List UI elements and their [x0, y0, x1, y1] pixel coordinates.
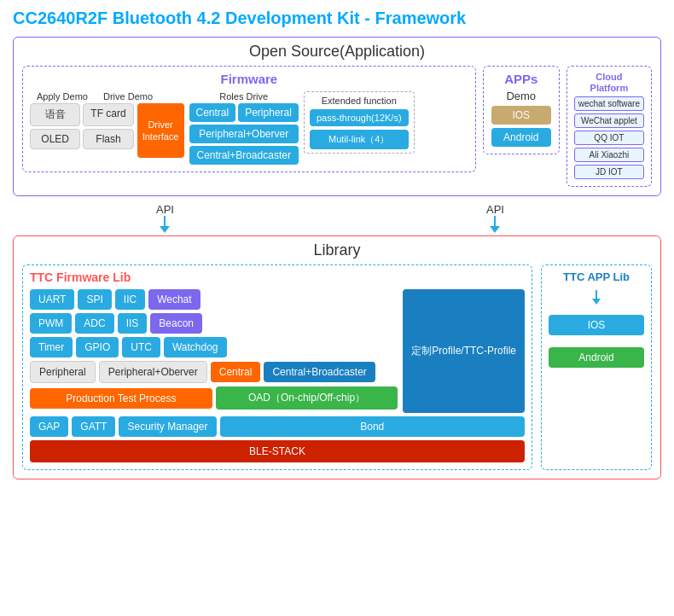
lib-watchdog: Watchdog	[164, 337, 227, 357]
lib-gpio: GPIO	[76, 337, 119, 357]
lib-oad: OAD（On-chip/Off-chip）	[216, 386, 398, 410]
lib-security-manager: Security Manager	[119, 416, 216, 437]
lib-ble-stack: BLE-STACK	[30, 440, 525, 462]
lib-wechat: Wechat	[148, 289, 200, 310]
api-arrow-down-right	[490, 226, 500, 233]
ttc-app-box: TTC APP Lib IOS Android	[541, 264, 652, 470]
apply-item-yuyin: 语音	[30, 103, 80, 126]
pass-through-button: pass-through(12K/s)	[310, 109, 409, 126]
lib-row-2: PWM ADC IIS Beacon	[30, 313, 398, 334]
apps-android-button: Android	[491, 128, 551, 147]
apply-demo-grid: 语音 TF card OLED Flash	[30, 103, 134, 158]
lib-spi: SPI	[78, 289, 111, 310]
demo-label: Demo	[506, 90, 536, 102]
extended-function-box: Extended function pass-through(12K/s) Mu…	[304, 91, 415, 154]
driver-interface-button: DriverInterface	[137, 103, 184, 158]
apply-item-oled: OLED	[30, 129, 80, 149]
lib-row-5: Production Test Process OAD（On-chip/Off-…	[30, 386, 398, 410]
lib-peripheral: Peripheral	[30, 361, 96, 383]
firmware-box: Firmware Apply Demo Drive Demo 语音 TF car…	[22, 66, 476, 172]
role-central: Central	[189, 103, 236, 122]
apps-ios-button: IOS	[491, 106, 551, 125]
lib-adc: ADC	[75, 313, 113, 334]
api-line-right	[494, 216, 496, 226]
cloud-qq-iot: QQ IOT	[574, 131, 644, 145]
cloud-ali-xiaozhi: Ali Xiaozhi	[574, 148, 644, 162]
profile-label: 定制Profile/TTC-Profile	[411, 344, 516, 358]
api-label-right: API	[486, 203, 504, 216]
lib-iis: IIS	[118, 313, 148, 334]
apply-item-flash: Flash	[83, 129, 133, 149]
api-arrow-right: API	[486, 203, 504, 233]
cloud-platform-label: CloudPlatform	[574, 72, 644, 94]
lib-row-3: Timer GPIO UTC Watchdog	[30, 337, 398, 357]
apps-label: APPs	[504, 72, 537, 86]
apply-item-tfcard: TF card	[83, 103, 133, 126]
profile-box: 定制Profile/TTC-Profile	[403, 289, 525, 413]
drive-demo-col-label: Drive Demo	[103, 91, 153, 102]
lib-row-1: UART SPI IIC Wechat	[30, 289, 398, 310]
firmware-label: Firmware	[30, 72, 468, 86]
lib-uart: UART	[30, 289, 74, 310]
app-lib-ios: IOS	[549, 315, 644, 335]
apps-box: APPs Demo IOS Android	[483, 66, 560, 154]
lib-iic: IIC	[115, 289, 145, 310]
ttc-firmware-label: TTC Firmware Lib	[30, 270, 525, 284]
lib-central-broadcaster: Central+Broadcaster	[264, 362, 375, 382]
app-lib-arrow	[549, 290, 644, 305]
apply-demo-col-label: Apply Demo	[30, 91, 95, 102]
api-line-left	[164, 216, 166, 226]
page-title: CC2640R2F Bluetooth 4.2 Development Kit …	[13, 9, 661, 28]
mutil-link-button: Mutil-link（4）	[310, 130, 409, 149]
roles-row1: Central Peripheral	[189, 103, 299, 122]
firmware-top-row: Apply Demo Drive Demo 语音 TF card OLED Fl…	[30, 91, 468, 165]
ttc-app-label: TTC APP Lib	[549, 270, 644, 283]
lib-beacon: Beacon	[150, 313, 202, 334]
firmware-lib-content: UART SPI IIC Wechat PWM ADC IIS Beacon	[30, 289, 525, 413]
open-source-box: Open Source(Application) Firmware Apply …	[13, 37, 661, 196]
lib-row-4: Peripheral Peripheral+Oberver Central Ce…	[30, 361, 398, 383]
api-arrow-down-left	[160, 226, 170, 233]
lib-timer: Timer	[30, 337, 73, 357]
library-label: Library	[22, 241, 652, 259]
roles-drive-col-label: Roles Drive	[189, 91, 299, 102]
roles-drive-items: Central Peripheral Peripheral+Oberver Ce…	[189, 103, 299, 165]
lib-bond: Bond	[220, 416, 526, 437]
api-label-left: API	[156, 203, 174, 216]
firmware-lib-rows: UART SPI IIC Wechat PWM ADC IIS Beacon	[30, 289, 398, 413]
library-box: Library TTC Firmware Lib UART SPI IIC We…	[13, 235, 661, 479]
lib-gap: GAP	[30, 416, 68, 437]
lib-production-test: Production Test Process	[30, 388, 212, 409]
roles-drive-section: Roles Drive Central Peripheral Periphera…	[189, 91, 299, 165]
apply-drive-headers: Apply Demo Drive Demo	[30, 91, 184, 102]
app-lib-android: Android	[549, 347, 644, 368]
lib-utc: UTC	[122, 337, 160, 357]
ble-stack-row: BLE-STACK	[30, 440, 525, 462]
api-row: API API	[13, 203, 661, 234]
role-central-broadcaster: Central+Broadcaster	[189, 146, 299, 165]
library-inner: TTC Firmware Lib UART SPI IIC Wechat PWM…	[22, 264, 652, 470]
lib-gatt: GATT	[72, 416, 115, 437]
cloud-wechat-applet: WeChat applet	[574, 113, 644, 128]
extended-function-label: Extended function	[310, 96, 409, 106]
role-peripheral: Peripheral	[238, 103, 299, 122]
lib-central: Central	[211, 362, 261, 382]
cloud-platform-box: CloudPlatform wechat software WeChat app…	[567, 66, 652, 187]
ble-row-1: GAP GATT Security Manager Bond	[30, 416, 525, 437]
cloud-wechat-software: wechat software	[574, 96, 644, 111]
ttc-firmware-box: TTC Firmware Lib UART SPI IIC Wechat PWM…	[22, 264, 532, 470]
ble-section: GAP GATT Security Manager Bond BLE-STACK	[30, 416, 525, 462]
profile-col: 定制Profile/TTC-Profile	[403, 289, 525, 413]
cloud-jd-iot: JD IOT	[574, 165, 644, 179]
apply-drive-content: 语音 TF card OLED Flash DriverInterface	[30, 103, 184, 158]
open-source-label: Open Source(Application)	[22, 43, 652, 61]
lib-peripheral-oberver: Peripheral+Oberver	[99, 361, 207, 383]
os-inner: Firmware Apply Demo Drive Demo 语音 TF car…	[22, 66, 652, 187]
lib-pwm: PWM	[30, 313, 72, 334]
apply-drive-section: Apply Demo Drive Demo 语音 TF card OLED Fl…	[30, 91, 184, 158]
role-peripheral-oberver: Peripheral+Oberver	[189, 125, 299, 143]
api-arrow-left: API	[156, 203, 174, 233]
